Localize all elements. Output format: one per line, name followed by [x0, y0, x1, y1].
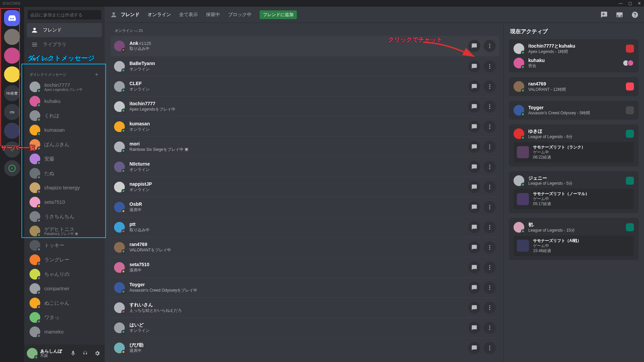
dm-item[interactable]: kumasan: [27, 123, 102, 137]
message-button[interactable]: [468, 141, 480, 153]
more-button[interactable]: [484, 241, 496, 253]
message-button[interactable]: [468, 201, 480, 213]
window-minimize[interactable]: —: [619, 1, 623, 6]
window-maximize[interactable]: ▢: [628, 1, 632, 6]
active-card[interactable]: 初. League of Legends - 15分 サモナーズリフト（AI戦）…: [509, 218, 639, 260]
nav-nitro[interactable]: Nitro: [27, 52, 102, 66]
message-button[interactable]: [468, 80, 480, 93]
message-button[interactable]: [468, 282, 480, 294]
friend-row[interactable]: Toyger Assassin's Creed Odysseyをプレイ中: [111, 277, 499, 297]
more-button[interactable]: [484, 261, 496, 274]
more-button[interactable]: [484, 101, 496, 113]
dm-item[interactable]: mameko: [27, 325, 102, 339]
explore-servers-button[interactable]: [4, 160, 20, 176]
more-button[interactable]: [484, 40, 496, 52]
message-button[interactable]: [468, 161, 480, 173]
friend-row[interactable]: はいど オンライン: [111, 317, 499, 338]
friend-row[interactable]: OsbR 退席中: [111, 197, 499, 217]
friend-row[interactable]: ran4769 VALORANTをプレイ中: [111, 237, 499, 257]
active-card[interactable]: ran4769 VALORANT - 12時間: [509, 77, 639, 96]
dm-item[interactable]: itochin7777Apex Legendsをプレイ中: [27, 80, 102, 94]
more-button[interactable]: [484, 121, 496, 133]
friend-row[interactable]: ぴび助 退席中: [111, 338, 499, 358]
window-close[interactable]: ✕: [638, 1, 641, 6]
tab-online[interactable]: オンライン: [148, 12, 171, 18]
friend-row[interactable]: N0cturne オンライン: [111, 157, 499, 177]
more-button[interactable]: [484, 282, 496, 294]
dm-item[interactable]: ちゃんりの: [27, 267, 102, 281]
message-button[interactable]: [468, 342, 480, 354]
active-card[interactable]: ゆきほ League of Legends - 6分 サモナーズリフト（ランク）…: [509, 124, 639, 167]
tab-all[interactable]: 全て表示: [179, 12, 198, 18]
dm-item[interactable]: たぬ: [27, 166, 102, 180]
friend-row[interactable]: seta7510 退席中: [111, 257, 499, 277]
active-card[interactable]: ジェニー League of Legends - 5分 サモナーズリフト（ノーマ…: [509, 171, 639, 214]
server-button[interactable]: cts: [4, 104, 20, 120]
friend-row[interactable]: CLEF オンライン: [111, 76, 499, 96]
mute-mic-button[interactable]: [68, 349, 78, 358]
home-button[interactable]: [4, 10, 20, 26]
dm-item[interactable]: 安藤: [27, 152, 102, 166]
add-server-button[interactable]: ＋: [4, 141, 20, 158]
server-button[interactable]: [4, 66, 20, 82]
inbox-button[interactable]: [616, 11, 623, 18]
message-button[interactable]: [468, 40, 480, 52]
more-button[interactable]: [484, 302, 496, 314]
server-button[interactable]: [4, 123, 20, 139]
dm-item[interactable]: トッキー: [27, 238, 102, 252]
server-button[interactable]: [4, 48, 20, 64]
dm-item[interactable]: seta7510: [27, 195, 102, 209]
dm-item[interactable]: ぱんぷきん: [27, 137, 102, 152]
message-button[interactable]: [468, 181, 480, 193]
more-button[interactable]: [484, 141, 496, 153]
message-button[interactable]: [468, 241, 480, 253]
friend-row[interactable]: すれいさん えっちな絵とかいらねえだろ: [111, 297, 499, 317]
more-button[interactable]: [484, 60, 496, 72]
dm-item[interactable]: chapizo tenergy: [27, 181, 102, 195]
tab-blocked[interactable]: ブロック中: [228, 12, 252, 18]
nav-friends[interactable]: フレンド: [27, 23, 102, 37]
active-card[interactable]: Toyger Assassin's Creed Odyssey - 5時間: [509, 101, 639, 120]
friend-row[interactable]: ptt 取り込み中: [111, 217, 499, 237]
nav-library[interactable]: ライブラリ: [27, 38, 102, 52]
more-button[interactable]: [484, 201, 496, 213]
active-card[interactable]: itochin7777とkuhaku Apex Legends - 1時間 ku…: [509, 39, 639, 72]
friend-row[interactable]: BaBeTyann オンライン: [111, 56, 499, 76]
more-button[interactable]: [484, 221, 496, 233]
dm-item[interactable]: coinpartner: [27, 282, 102, 296]
friend-row[interactable]: itochin7777 Apex Legendsをプレイ中: [111, 96, 499, 116]
dm-item[interactable]: ワタっ: [27, 310, 102, 324]
dm-item[interactable]: ゲデヒトニスPaladinsをプレイ中 ▣: [27, 224, 102, 238]
new-group-dm-button[interactable]: [600, 11, 608, 18]
friend-row[interactable]: nappistJP オンライン: [111, 177, 499, 197]
more-button[interactable]: [484, 342, 496, 354]
friend-row[interactable]: Ank#1125 取り込み中: [111, 36, 499, 56]
message-button[interactable]: [468, 322, 480, 334]
dm-item[interactable]: ぬこにゃん: [27, 296, 102, 310]
friend-row[interactable]: mori Rainbow Six Siegeをプレイ中 ▣: [111, 136, 499, 157]
message-button[interactable]: [468, 221, 480, 233]
more-button[interactable]: [484, 80, 496, 93]
create-dm-button[interactable]: ＋: [94, 71, 99, 78]
message-button[interactable]: [468, 121, 480, 133]
server-button[interactable]: hb覚書: [4, 85, 20, 101]
server-button[interactable]: [4, 29, 20, 45]
message-button[interactable]: [468, 101, 480, 113]
message-button[interactable]: [468, 60, 480, 72]
dm-item[interactable]: ラングレー: [27, 253, 102, 267]
add-friend-button[interactable]: フレンドに追加: [260, 10, 297, 19]
help-button[interactable]: [631, 11, 639, 18]
dm-item[interactable]: kuhaku: [27, 94, 102, 108]
user-settings-button[interactable]: [93, 349, 102, 358]
dm-item[interactable]: うさちんちん: [27, 209, 102, 224]
more-button[interactable]: [484, 322, 496, 334]
search-input[interactable]: [28, 10, 101, 19]
message-button[interactable]: [468, 302, 480, 314]
deafen-button[interactable]: [80, 349, 90, 358]
tab-pending[interactable]: 保留中: [206, 12, 220, 18]
more-button[interactable]: [484, 181, 496, 193]
dm-item[interactable]: くれは: [27, 109, 102, 123]
friend-row[interactable]: kumasan オンライン: [111, 116, 499, 136]
more-button[interactable]: [484, 161, 496, 173]
message-button[interactable]: [468, 261, 480, 274]
